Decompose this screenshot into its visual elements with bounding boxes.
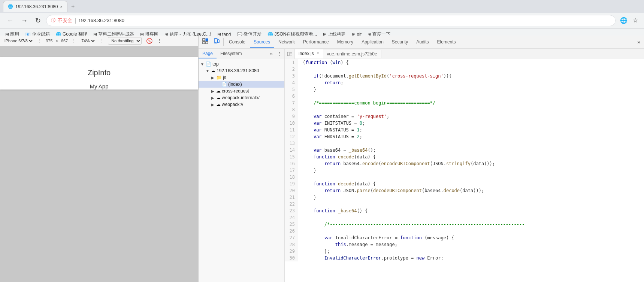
- nav-bar: ← → ↻ ⓘ 不安全 | 192.168.36.231:8080 🌐 ☆: [0, 13, 644, 28]
- browser-tab[interactable]: 🌐 192.168.36.231:8080 ×: [3, 1, 67, 12]
- tab-network[interactable]: Network: [275, 37, 299, 48]
- reload-button[interactable]: ↻: [33, 16, 43, 25]
- code-token: InvalidCharacterError =: [332, 235, 400, 240]
- code-token: [335, 154, 338, 160]
- tab-memory[interactable]: Memory: [333, 37, 357, 48]
- address-bar[interactable]: ⓘ 不安全 | 192.168.36.231:8080: [46, 15, 616, 26]
- sidebar-toggle-icon[interactable]: [287, 51, 292, 57]
- translate-button[interactable]: 🌐: [619, 15, 629, 25]
- tab-application[interactable]: Application: [358, 37, 387, 48]
- code-token: this: [335, 242, 346, 247]
- tab-close-icon[interactable]: ×: [60, 4, 62, 9]
- tree-item[interactable]: ▼☁192.168.36.231:8080: [199, 67, 284, 74]
- tree-arrow-icon: ▶: [211, 76, 215, 80]
- tree-item[interactable]: ▶☁webpack://: [199, 101, 284, 108]
- code-token: (data)));: [460, 188, 484, 193]
- tab-sources[interactable]: Sources: [250, 37, 274, 48]
- code-token: base64.: [341, 161, 362, 166]
- code-line: 3 if(!document.getElementById('cross-req…: [285, 73, 644, 79]
- svg-rect-7: [287, 52, 289, 56]
- code-line: 7 /*=============common begin===========…: [285, 100, 644, 106]
- new-tab-button[interactable]: +: [69, 1, 77, 11]
- code-line: 27 var InvalidCharacterError = function …: [285, 234, 644, 241]
- code-line: 15 function encode(data) {: [285, 154, 644, 160]
- line-content: var ENDSTATUS = 2;: [298, 133, 362, 140]
- throttle-selector[interactable]: No throttling: [108, 37, 142, 45]
- viewport-toolbar: iPhone 6/7/8 ⋮ 375 × 667 ⋮ 74% ⋮ No thro…: [0, 36, 198, 46]
- sources-action-button[interactable]: ⋮: [276, 50, 284, 57]
- tree-file-icon: 📄: [206, 61, 211, 67]
- tab-audits[interactable]: Audits: [412, 37, 432, 48]
- tab-filesystem[interactable]: Filesystem: [217, 49, 245, 58]
- line-number: 23: [285, 207, 298, 214]
- tab-page[interactable]: Page: [199, 49, 217, 58]
- forward-button[interactable]: →: [19, 16, 30, 25]
- line-number: 17: [285, 167, 298, 174]
- code-token: function: [400, 235, 422, 240]
- code-line: 30 InvalidCharacterError.prototype = new…: [285, 255, 644, 261]
- viewport-width: 375: [46, 39, 52, 43]
- code-line: 9 var container = 'y-request';: [285, 113, 644, 120]
- code-token: return: [324, 161, 341, 166]
- separator2: ⋮: [72, 38, 76, 43]
- code-token: )){: [444, 73, 452, 79]
- tree-item[interactable]: ▶📁js: [199, 74, 284, 81]
- tree-file-icon: 📄: [221, 82, 227, 87]
- tab-console[interactable]: Console: [225, 37, 249, 48]
- line-number: 1: [285, 59, 298, 66]
- toolbar-divider: [223, 38, 224, 46]
- sources-more-button[interactable]: »: [268, 50, 275, 57]
- code-editor[interactable]: 1(function (win) {2 3 if(!document.getEl…: [285, 59, 644, 282]
- code-line: 24: [285, 214, 644, 221]
- line-number: 29: [285, 248, 298, 255]
- code-token: ;: [360, 134, 362, 139]
- main-area: iPhone 6/7/8 ⋮ 375 × 667 ⋮ 74% ⋮ No thro…: [0, 36, 644, 282]
- tab-security[interactable]: Security: [388, 37, 412, 48]
- more-options-icon[interactable]: ⋮: [157, 38, 162, 44]
- back-button[interactable]: ←: [4, 16, 16, 25]
- code-line: 23 function _base64() {: [285, 207, 644, 214]
- code-token: (: [378, 161, 381, 166]
- line-content: this.message = message;: [298, 241, 397, 248]
- code-line: 8: [285, 106, 644, 113]
- code-token: ;: [360, 127, 362, 133]
- tree-item[interactable]: ▶☁cross-request: [199, 88, 284, 94]
- phone-preview: ZipInfo My App: [0, 57, 198, 90]
- line-content: var base64 = _base64();: [298, 147, 376, 154]
- code-token: (data)));: [471, 161, 495, 166]
- code-token: 0: [360, 121, 362, 126]
- line-content: }: [298, 194, 316, 201]
- svg-rect-1: [206, 39, 208, 41]
- line-number: 24: [285, 214, 298, 221]
- tab-performance[interactable]: Performance: [299, 37, 333, 48]
- inspect-element-button[interactable]: [200, 37, 211, 47]
- code-token: var: [314, 148, 322, 153]
- code-token: InvalidCharacterError: [324, 255, 381, 261]
- tab-elements[interactable]: Elements: [433, 37, 460, 48]
- code-tab-vue[interactable]: vue.runtime.esm.js?2b0e: [323, 50, 381, 58]
- code-line: 22: [285, 201, 644, 207]
- code-token: return: [324, 188, 341, 193]
- more-tabs-button[interactable]: »: [635, 37, 643, 46]
- line-number: 19: [285, 181, 298, 187]
- viewport-panel: iPhone 6/7/8 ⋮ 375 × 667 ⋮ 74% ⋮ No thro…: [0, 36, 199, 282]
- line-content: function decode(data) {: [298, 181, 376, 187]
- code-line: 16 return base64.encode(encodeURICompone…: [285, 160, 644, 167]
- code-token: function: [314, 154, 335, 160]
- code-line: 10 var INITSTATUS = 0;: [285, 120, 644, 127]
- tree-item[interactable]: 📄(index): [199, 81, 284, 88]
- device-selector[interactable]: iPhone 6/7/8: [3, 38, 34, 43]
- code-token: (: [371, 188, 373, 193]
- bookmark-button[interactable]: ☆: [631, 15, 640, 25]
- code-token: [303, 242, 335, 247]
- device-toolbar-button[interactable]: [211, 37, 222, 47]
- zoom-selector[interactable]: 74%: [80, 38, 96, 43]
- code-tab-index-close[interactable]: ×: [317, 51, 319, 55]
- code-token: (JSON.: [430, 161, 446, 166]
- code-tab-index[interactable]: index.js ×: [295, 49, 323, 58]
- code-token: function: [314, 208, 335, 213]
- tree-label: cross-request: [222, 88, 249, 94]
- tree-item[interactable]: ▶☁webpack-internal://: [199, 94, 284, 101]
- tree-item[interactable]: ▼📄top: [199, 61, 284, 67]
- tab-title: 192.168.36.231:8080: [15, 4, 58, 9]
